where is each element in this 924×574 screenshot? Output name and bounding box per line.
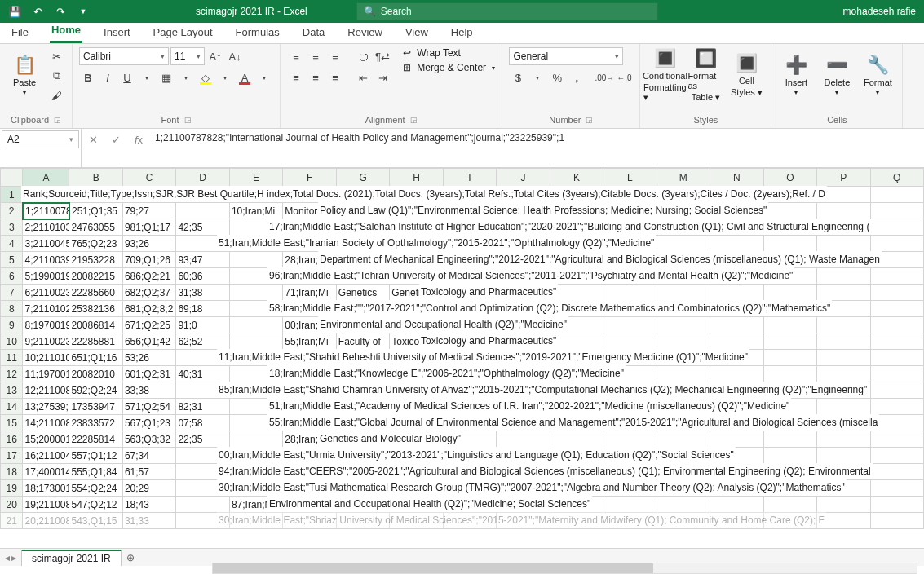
- cell-C21[interactable]: 31;33: [122, 513, 175, 529]
- cell-B2[interactable]: 251;Q1;35: [69, 203, 122, 219]
- cell-F16[interactable]: 28;Iran;Mi: [283, 431, 336, 448]
- sheet-nav-prev-icon[interactable]: ◂: [5, 552, 10, 563]
- cell-I21[interactable]: [443, 513, 496, 529]
- cell-L2[interactable]: [603, 203, 657, 219]
- cell-N12[interactable]: [710, 366, 763, 382]
- cell-A6[interactable]: 5;1990019: [23, 268, 69, 285]
- cell-O21[interactable]: [763, 513, 816, 529]
- cell-I3[interactable]: [443, 219, 496, 236]
- cell-G14[interactable]: [336, 399, 389, 415]
- cell-D16[interactable]: 22;35: [176, 431, 229, 448]
- tab-help[interactable]: Help: [449, 23, 475, 43]
- cell-G10[interactable]: Faculty of: [336, 333, 389, 350]
- cell-G3[interactable]: [336, 219, 389, 236]
- redo-icon[interactable]: ↷: [51, 2, 70, 21]
- tab-review[interactable]: Review: [346, 23, 384, 43]
- cell-P15[interactable]: [817, 415, 870, 431]
- cell-M15[interactable]: [657, 415, 710, 431]
- cell-I20[interactable]: [443, 497, 496, 513]
- cell-J21[interactable]: [497, 513, 550, 529]
- cell-H13[interactable]: [390, 382, 443, 399]
- chevron-down-icon[interactable]: ▾: [255, 68, 273, 86]
- cell-J19[interactable]: [497, 480, 550, 497]
- cell-M3[interactable]: [657, 219, 710, 236]
- cell-G13[interactable]: [336, 382, 389, 399]
- cell-A1[interactable]: [23, 187, 69, 203]
- number-format-combo[interactable]: General▾: [509, 47, 623, 65]
- cell-E12[interactable]: [229, 366, 282, 382]
- cell-G18[interactable]: [336, 464, 389, 480]
- cell-A16[interactable]: 15;200001: [23, 431, 69, 448]
- cell-C4[interactable]: 93;26: [122, 236, 175, 252]
- row-header-13[interactable]: 13: [1, 382, 23, 399]
- cell-O18[interactable]: [763, 464, 816, 480]
- align-middle-button[interactable]: ≡: [307, 47, 325, 65]
- cell-M12[interactable]: [657, 366, 710, 382]
- cell-Q1[interactable]: [870, 187, 924, 203]
- cell-O3[interactable]: [763, 219, 816, 236]
- cell-E9[interactable]: [229, 317, 282, 333]
- cell-G12[interactable]: [336, 366, 389, 382]
- column-header-D[interactable]: D: [176, 169, 229, 187]
- align-center-button[interactable]: ≡: [307, 68, 325, 86]
- cell-G7[interactable]: Genetics: [336, 285, 389, 301]
- cell-A11[interactable]: 10;211010: [23, 350, 69, 366]
- borders-button[interactable]: ▦: [157, 68, 175, 86]
- font-name-combo[interactable]: Calibri▾: [79, 47, 169, 65]
- cell-P13[interactable]: [817, 382, 870, 399]
- column-header-E[interactable]: E: [229, 169, 282, 187]
- chevron-down-icon[interactable]: ▾: [528, 68, 546, 86]
- cell-E17[interactable]: [229, 448, 282, 464]
- cell-B5[interactable]: 21953228: [69, 252, 122, 268]
- cell-G6[interactable]: [336, 268, 389, 285]
- cell-B18[interactable]: 555;Q1;84: [69, 464, 122, 480]
- cell-C15[interactable]: 567;Q1;23: [122, 415, 175, 431]
- cell-F21[interactable]: [283, 513, 336, 529]
- cell-I10[interactable]: [443, 333, 496, 350]
- cell-L18[interactable]: [603, 464, 657, 480]
- cell-E14[interactable]: [229, 399, 282, 415]
- cell-E11[interactable]: [229, 350, 282, 366]
- cell-F3[interactable]: [283, 219, 336, 236]
- cell-J18[interactable]: [497, 464, 550, 480]
- cell-H6[interactable]: [390, 268, 443, 285]
- cell-F11[interactable]: [283, 350, 336, 366]
- cell-M10[interactable]: [657, 333, 710, 350]
- cell-P20[interactable]: [817, 497, 870, 513]
- cell-E19[interactable]: [229, 480, 282, 497]
- cell-F1[interactable]: [283, 187, 336, 203]
- cell-N2[interactable]: [710, 203, 763, 219]
- tab-page-layout[interactable]: Page Layout: [152, 23, 214, 43]
- cell-F4[interactable]: [283, 236, 336, 252]
- cell-C17[interactable]: 67;34: [122, 448, 175, 464]
- cancel-formula-button[interactable]: ✕: [82, 130, 104, 148]
- cell-K3[interactable]: [550, 219, 603, 236]
- cell-F14[interactable]: [283, 399, 336, 415]
- cell-H20[interactable]: [390, 497, 443, 513]
- cell-K5[interactable]: [550, 252, 603, 268]
- cell-C1[interactable]: [122, 187, 175, 203]
- search-box[interactable]: 🔍 Search: [356, 2, 658, 20]
- tab-file[interactable]: File: [10, 23, 30, 43]
- cell-M20[interactable]: [657, 497, 710, 513]
- cell-H21[interactable]: [390, 513, 443, 529]
- cell-O7[interactable]: [763, 285, 816, 301]
- cell-B10[interactable]: 22285881: [69, 333, 122, 350]
- cell-L20[interactable]: [603, 497, 657, 513]
- cell-A7[interactable]: 6;2110023: [23, 285, 69, 301]
- cell-N9[interactable]: [710, 317, 763, 333]
- cell-G2[interactable]: [336, 203, 389, 219]
- font-size-combo[interactable]: 11▾: [170, 47, 205, 65]
- alignment-launcher-icon[interactable]: ◲: [410, 116, 418, 124]
- cell-N18[interactable]: [710, 464, 763, 480]
- cell-O1[interactable]: [763, 187, 816, 203]
- cell-P8[interactable]: [817, 301, 870, 317]
- cell-K8[interactable]: [550, 301, 603, 317]
- cell-E7[interactable]: [229, 285, 282, 301]
- cell-N13[interactable]: [710, 382, 763, 399]
- cell-J11[interactable]: [497, 350, 550, 366]
- cell-M9[interactable]: [657, 317, 710, 333]
- chevron-down-icon[interactable]: ▾: [216, 68, 234, 86]
- enter-formula-button[interactable]: ✓: [104, 130, 127, 148]
- chevron-down-icon[interactable]: ▾: [138, 68, 156, 86]
